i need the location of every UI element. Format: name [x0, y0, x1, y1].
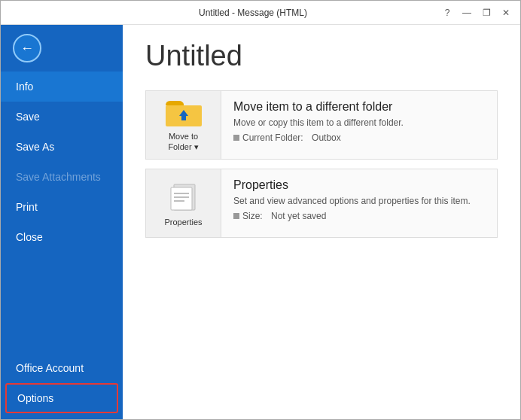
sidebar-item-options[interactable]: Options: [5, 383, 118, 413]
move-to-folder-detail: Current Folder: Outbox: [233, 132, 485, 143]
sidebar-item-saveas[interactable]: Save As: [1, 132, 123, 162]
properties-icon: Properties: [146, 169, 221, 237]
properties-icon-label: Properties: [164, 218, 202, 227]
title-bar: Untitled - Message (HTML) ? — ❐ ✕: [1, 1, 520, 25]
properties-svg: [166, 180, 201, 215]
folder-svg: [164, 98, 203, 128]
bullet-square-icon-2: [233, 213, 239, 219]
sidebar-item-save[interactable]: Save: [1, 102, 123, 132]
sidebar-item-close-label: Close: [16, 231, 43, 243]
sidebar-item-saveattachments-label: Save Attachments: [16, 171, 101, 183]
sidebar-item-print-label: Print: [16, 201, 38, 213]
sidebar-item-officeaccount-label: Office Account: [16, 362, 84, 374]
bullet-square-icon: [233, 135, 239, 141]
properties-card[interactable]: Properties Properties Set and view advan…: [145, 169, 498, 238]
sidebar-nav: Info Save Save As Save Attachments Print…: [1, 72, 123, 419]
help-button[interactable]: ?: [439, 5, 455, 21]
sidebar: ← Info Save Save As Save Attachments Pri…: [1, 25, 123, 419]
move-to-folder-detail-label: Current Folder:: [242, 132, 303, 143]
maximize-button[interactable]: ❐: [478, 5, 495, 21]
properties-detail-value: Not yet saved: [271, 211, 326, 221]
window-controls: ? — ❐ ✕: [439, 5, 514, 21]
move-to-folder-card[interactable]: Move toFolder ▾ Move item to a different…: [145, 90, 498, 160]
move-to-folder-icon: Move toFolder ▾: [146, 91, 221, 159]
properties-desc: Set and view advanced options and proper…: [233, 195, 485, 208]
main-layout: ← Info Save Save As Save Attachments Pri…: [1, 25, 520, 419]
move-to-folder-label: Move toFolder ▾: [168, 131, 198, 153]
sidebar-item-saveas-label: Save As: [16, 141, 54, 153]
sidebar-item-info-label: Info: [16, 81, 33, 93]
content-area: Untitled Move toFolder ▾ Mo: [123, 25, 520, 419]
sidebar-item-print[interactable]: Print: [1, 192, 123, 222]
move-to-folder-detail-value: Outbox: [312, 132, 341, 143]
move-to-folder-content: Move item to a different folder Move or …: [221, 91, 497, 152]
sidebar-item-info[interactable]: Info: [1, 72, 123, 102]
window: Untitled - Message (HTML) ? — ❐ ✕ ← Info…: [0, 0, 521, 420]
minimize-button[interactable]: —: [459, 5, 475, 21]
window-title: Untitled - Message (HTML): [67, 8, 439, 18]
properties-title: Properties: [233, 178, 485, 192]
properties-detail-label: Size:: [242, 211, 263, 221]
sidebar-item-save-label: Save: [16, 111, 40, 123]
move-to-folder-title: Move item to a different folder: [233, 100, 485, 114]
close-button[interactable]: ✕: [498, 5, 514, 21]
svg-rect-5: [171, 187, 192, 210]
back-icon: ←: [20, 41, 34, 56]
sidebar-spacer: [1, 252, 123, 353]
properties-content: Properties Set and view advanced options…: [221, 169, 497, 230]
sidebar-item-saveattachments: Save Attachments: [1, 162, 123, 192]
back-button[interactable]: ←: [13, 34, 41, 62]
back-button-area: ←: [1, 25, 123, 72]
sidebar-item-options-label: Options: [17, 392, 53, 404]
sidebar-item-close[interactable]: Close: [1, 222, 123, 252]
move-to-folder-desc: Move or copy this item to a different fo…: [233, 117, 485, 129]
content-title: Untitled: [145, 40, 498, 72]
sidebar-item-officeaccount[interactable]: Office Account: [1, 353, 123, 383]
properties-detail: Size: Not yet saved: [233, 211, 485, 221]
